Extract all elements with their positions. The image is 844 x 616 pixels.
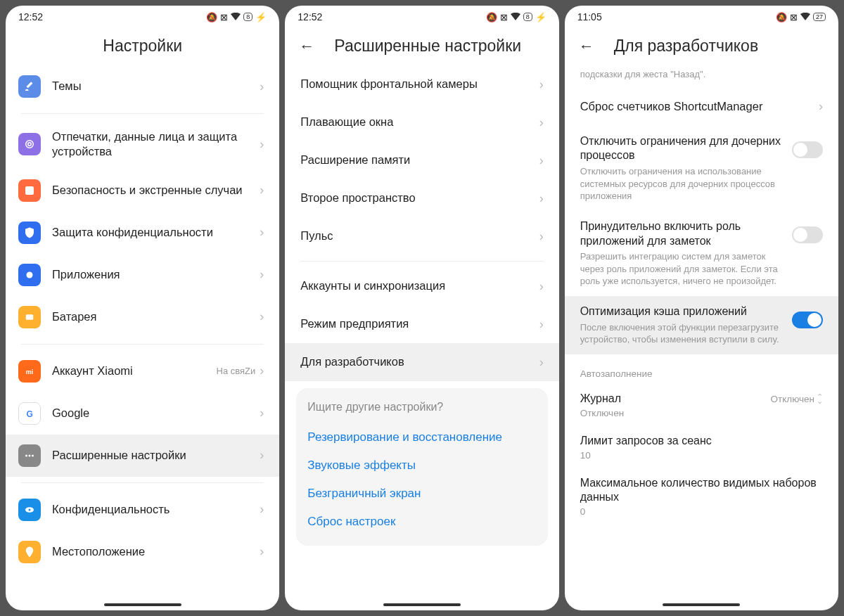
row-label: Помощник фронтальной камеры <box>300 77 539 91</box>
settings-row[interactable]: Батарея› <box>6 296 279 338</box>
charging-icon: ⚡ <box>255 12 267 23</box>
settings-row[interactable]: Помощник фронтальной камеры› <box>285 65 558 103</box>
status-bar: 12:52 🔕 ⊠ 8 ⚡ <box>285 6 558 25</box>
truncated-description: подсказки для жеста "Назад". <box>565 65 838 88</box>
chevron-right-icon: › <box>260 183 264 198</box>
chevron-right-icon: › <box>819 99 823 114</box>
toggle-row[interactable]: Принудительно включить роль приложений д… <box>565 211 838 296</box>
status-bar: 11:05 🔕 ⊠ 27 <box>565 6 838 25</box>
setting-row-max-datasets[interactable]: Максимальное количество видимых наборов … <box>565 468 838 525</box>
settings-row[interactable]: Второе пространство› <box>285 179 558 217</box>
row-label: Защита конфиденциальности <box>52 225 260 240</box>
clock: 12:52 <box>298 11 322 23</box>
wifi-icon <box>800 12 810 23</box>
phone-developer-options: 11:05 🔕 ⊠ 27 ← Для разработчиков подсказ… <box>565 6 838 610</box>
settings-row[interactable]: Местоположение› <box>6 531 279 573</box>
svg-point-11 <box>29 508 31 511</box>
toggle-description: После включения этой функции перезагрузи… <box>580 321 786 346</box>
toggle-row[interactable]: Отключить ограничения для дочерних проце… <box>565 126 838 211</box>
back-button[interactable]: ← <box>579 37 594 56</box>
shield-icon <box>18 222 41 244</box>
row-label: Батарея <box>52 309 260 324</box>
dots-icon <box>18 444 41 467</box>
home-indicator[interactable] <box>383 603 461 606</box>
svg-point-9 <box>32 454 34 456</box>
suggestions-card: Ищите другие настройки? Резервирование и… <box>296 388 547 546</box>
section-header-autofill: Автозаполнение <box>565 354 838 383</box>
toggle-title: Отключить ограничения для дочерних проце… <box>580 134 786 164</box>
settings-row[interactable]: Безопасность и экстренные случаи› <box>6 169 279 212</box>
toggle-row[interactable]: Оптимизация кэша приложенийПосле включен… <box>565 296 838 354</box>
up-down-icon: ⌃⌄ <box>817 394 823 403</box>
setting-row-journal[interactable]: Журнал Отключен ⌃⌄ Отключен <box>565 383 838 425</box>
mute-icon: 🔕 <box>486 12 497 23</box>
chevron-right-icon: › <box>260 544 264 559</box>
settings-row[interactable]: Темы› <box>6 65 279 108</box>
rotation-lock-icon: ⊠ <box>790 12 798 23</box>
charging-icon: ⚡ <box>535 12 546 23</box>
row-label: Пульс <box>300 229 539 243</box>
wifi-icon <box>511 12 520 23</box>
settings-row[interactable]: Плавающие окна› <box>285 103 558 141</box>
settings-row[interactable]: Приложения› <box>6 254 279 296</box>
toggle-description: Отключить ограничения на использование с… <box>580 165 786 203</box>
page-header: Настройки <box>6 25 279 65</box>
setting-row-shortcut-reset[interactable]: Сброс счетчиков ShortcutManager › <box>565 88 838 126</box>
setting-row-request-limit[interactable]: Лимит запросов за сеанс 10 <box>565 425 838 468</box>
settings-row[interactable]: Режим предприятия› <box>285 305 558 343</box>
settings-row[interactable]: Конфиденциальность› <box>6 489 279 531</box>
settings-row[interactable]: Расширение памяти› <box>285 141 558 179</box>
chevron-right-icon: › <box>539 355 544 370</box>
settings-row[interactable]: Защита конфиденциальности› <box>6 212 279 254</box>
chevron-right-icon: › <box>260 79 264 94</box>
brush-icon <box>18 75 41 98</box>
status-icons: 🔕 ⊠ 27 <box>776 12 826 23</box>
eye-icon <box>18 499 41 521</box>
settings-row[interactable]: miАккаунт XiaomiНа свяZи› <box>6 350 279 392</box>
page-title: Настройки <box>103 37 182 56</box>
suggestion-link[interactable]: Резервирование и восстановление <box>307 423 536 451</box>
row-label: Расширение памяти <box>300 153 539 167</box>
chevron-right-icon: › <box>539 153 544 168</box>
row-side-text: На свяZи <box>217 366 256 376</box>
fingerprint-icon <box>18 133 41 155</box>
settings-row[interactable]: Для разработчиков› <box>285 343 558 381</box>
svg-point-3 <box>27 271 33 278</box>
toggle-switch[interactable] <box>792 141 823 158</box>
settings-row[interactable]: Расширенные настройки› <box>6 435 279 477</box>
row-label: Плавающие окна <box>300 115 539 129</box>
settings-row[interactable]: GGoogle› <box>6 392 279 435</box>
svg-text:G: G <box>27 409 33 418</box>
chevron-right-icon: › <box>260 137 264 152</box>
apps-icon <box>18 264 41 286</box>
status-icons: 🔕 ⊠ 8 ⚡ <box>206 12 267 23</box>
toggle-switch[interactable] <box>792 312 823 328</box>
chevron-right-icon: › <box>539 191 544 206</box>
divider <box>21 113 264 114</box>
row-label: Местоположение <box>52 544 260 559</box>
chevron-right-icon: › <box>260 364 264 378</box>
suggestion-link[interactable]: Сброс настроек <box>307 508 536 536</box>
chevron-right-icon: › <box>539 279 544 294</box>
suggestion-link[interactable]: Звуковые эффекты <box>307 451 536 480</box>
row-label: Для разработчиков <box>300 354 539 369</box>
row-label: Журнал <box>580 392 621 406</box>
alert-icon <box>18 179 41 202</box>
divider <box>21 344 264 345</box>
back-button[interactable]: ← <box>299 37 314 56</box>
home-indicator[interactable] <box>663 603 740 606</box>
page-title: Для разработчиков <box>614 37 758 56</box>
toggle-switch[interactable] <box>792 226 823 243</box>
chevron-right-icon: › <box>539 115 544 130</box>
settings-row[interactable]: Отпечатки, данные лица и защита устройст… <box>6 120 279 169</box>
suggestion-link[interactable]: Безграничный экран <box>307 480 536 508</box>
settings-row[interactable]: Пульс› <box>285 217 558 255</box>
rotation-lock-icon: ⊠ <box>220 12 228 23</box>
settings-row[interactable]: Аккаунты и синхронизация› <box>285 267 558 305</box>
battery-level: 8 <box>526 13 530 20</box>
page-header: ← Для разработчиков <box>565 25 838 65</box>
svg-point-1 <box>28 143 32 146</box>
home-indicator[interactable] <box>104 603 181 606</box>
chevron-right-icon: › <box>260 406 264 421</box>
clock: 12:52 <box>18 11 43 23</box>
